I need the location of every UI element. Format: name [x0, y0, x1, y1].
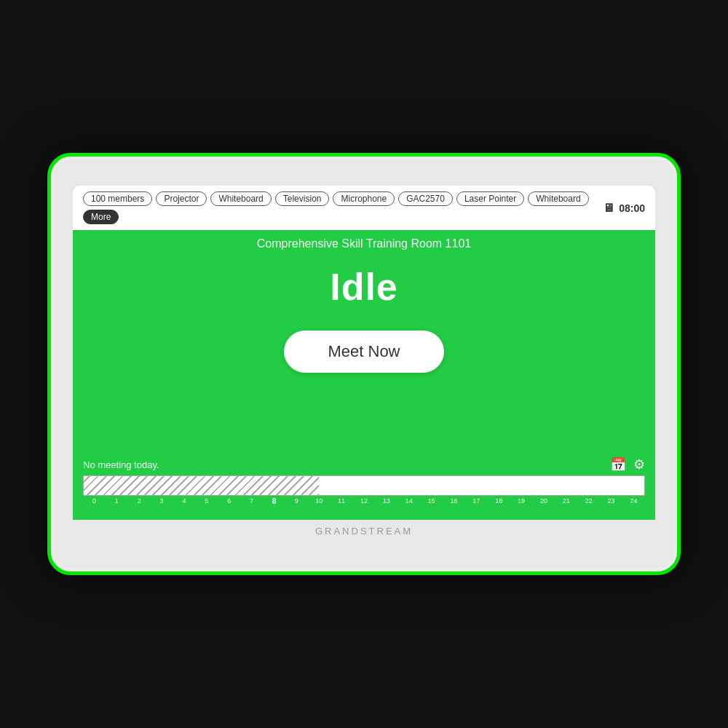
main-screen: 100 membersProjectorWhiteboardTelevision…	[73, 186, 655, 520]
timeline-label-24: 24	[622, 497, 645, 505]
timeline-label-11: 11	[331, 497, 353, 505]
timeline-label-12: 12	[353, 497, 376, 505]
timeline-label-2: 2	[128, 497, 151, 505]
timeline-label-18: 18	[488, 497, 510, 505]
device-frame: 100 membersProjectorWhiteboardTelevision…	[47, 153, 681, 575]
timeline-label-15: 15	[420, 497, 443, 505]
bottom-header: No meeting today. 📅 ⚙	[83, 456, 645, 472]
timeline-label-10: 10	[308, 497, 331, 505]
timeline-label-22: 22	[577, 497, 600, 505]
meet-now-button[interactable]: Meet Now	[284, 331, 443, 373]
bottom-section: No meeting today. 📅 ⚙ 012345678910111213…	[73, 451, 655, 520]
timeline-label-1: 1	[106, 497, 128, 505]
calendar-icon[interactable]: 📅	[610, 456, 626, 472]
timeline-label-9: 9	[285, 497, 308, 505]
timeline-label-21: 21	[555, 497, 577, 505]
tag-television-3[interactable]: Television	[275, 191, 330, 206]
timeline-label-16: 16	[443, 497, 465, 505]
timeline-labels: 0123456789101112131415161718192021222324	[83, 497, 645, 505]
timeline-label-17: 17	[465, 497, 488, 505]
timeline-label-4: 4	[173, 497, 196, 505]
green-area: Comprehensive Skill Training Room 1101 I…	[73, 230, 655, 451]
tag-whiteboard-7[interactable]: Whiteboard	[528, 191, 588, 206]
timeline-label-7: 7	[240, 497, 263, 505]
status-text: Idle	[330, 265, 398, 309]
timeline-label-13: 13	[375, 497, 397, 505]
timeline-label-3: 3	[151, 497, 173, 505]
tag-laser-pointer-6[interactable]: Laser Pointer	[456, 191, 524, 206]
clock-time: 08:00	[619, 202, 645, 214]
tag-100-members-0[interactable]: 100 members	[83, 191, 152, 206]
device-screen: 100 membersProjectorWhiteboardTelevision…	[73, 186, 655, 542]
no-meeting-label: No meeting today.	[83, 459, 159, 470]
timeline-label-23: 23	[600, 497, 622, 505]
timeline-label-8: 8	[263, 497, 285, 505]
timeline-label-6: 6	[218, 497, 240, 505]
timeline-hatched-area	[84, 476, 319, 495]
room-title: Comprehensive Skill Training Room 1101	[257, 237, 471, 250]
timeline-bar	[83, 475, 645, 496]
timeline-label-5: 5	[195, 497, 218, 505]
timeline-label-0: 0	[83, 497, 106, 505]
timeline-label-20: 20	[533, 497, 555, 505]
top-bar: 100 membersProjectorWhiteboardTelevision…	[73, 186, 655, 230]
time-display: 🖥 08:00	[603, 202, 645, 215]
bottom-icons: 📅 ⚙	[610, 456, 645, 472]
timeline-label-19: 19	[510, 497, 533, 505]
tag-whiteboard-2[interactable]: Whiteboard	[210, 191, 271, 206]
timeline-label-14: 14	[397, 497, 420, 505]
tags-container: 100 membersProjectorWhiteboardTelevision…	[83, 191, 593, 224]
tag-gac2570-5[interactable]: GAC2570	[398, 191, 453, 206]
settings-icon[interactable]: ⚙	[633, 456, 645, 472]
brand-label: GRANDSTREAM	[73, 520, 655, 542]
tag-more-8[interactable]: More	[83, 210, 119, 224]
timeline-container: 0123456789101112131415161718192021222324	[83, 475, 645, 515]
monitor-icon: 🖥	[603, 202, 614, 215]
tag-microphone-4[interactable]: Microphone	[333, 191, 395, 206]
tag-projector-1[interactable]: Projector	[156, 191, 207, 206]
